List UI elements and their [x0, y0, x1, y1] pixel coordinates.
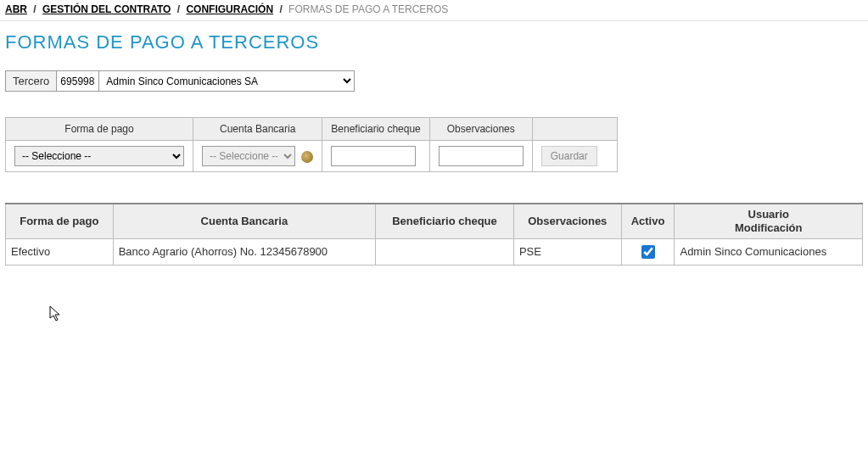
activo-checkbox[interactable]: [641, 245, 655, 259]
cell-activo: [621, 238, 675, 266]
beneficiario-input[interactable]: [331, 146, 416, 166]
th-observaciones: Observaciones: [429, 118, 532, 141]
cell-usuario: Admin Sinco Comunicaciones: [675, 238, 863, 266]
tercero-label: Tercero: [6, 71, 57, 91]
dth-activo: Activo: [621, 204, 675, 238]
tercero-code-input[interactable]: [57, 71, 99, 91]
cell-cuenta: Banco Agrario (Ahorros) No. 12345678900: [113, 238, 375, 266]
breadcrumb-link[interactable]: GESTIÓN DEL CONTRATO: [42, 3, 171, 15]
forma-pago-select[interactable]: -- Seleccione --: [14, 146, 184, 166]
breadcrumb-link[interactable]: CONFIGURACIÓN: [186, 3, 273, 15]
breadcrumb-sep: /: [33, 3, 36, 15]
observaciones-input[interactable]: [439, 146, 524, 166]
add-cuenta-icon[interactable]: [301, 151, 313, 163]
guardar-button[interactable]: Guardar: [541, 146, 597, 166]
breadcrumb: ABR / GESTIÓN DEL CONTRATO / CONFIGURACI…: [0, 0, 868, 21]
page-title: FORMAS DE PAGO A TERCEROS: [5, 31, 868, 53]
th-beneficiario: Beneficiario cheque: [322, 118, 429, 141]
cell-beneficiario: [376, 238, 514, 266]
th-forma-pago: Forma de pago: [6, 118, 193, 141]
data-table: Forma de pago Cuenta Bancaria Beneficiar…: [5, 203, 863, 266]
cuenta-bancaria-select[interactable]: -- Seleccione --: [202, 146, 295, 166]
tercero-row: Tercero Admin Sinco Comunicaciones SA: [5, 70, 355, 92]
dth-beneficiario: Beneficiario cheque: [376, 204, 514, 238]
dth-usuario: Usuario Modificación: [675, 204, 863, 238]
breadcrumb-current: FORMAS DE PAGO A TERCEROS: [288, 3, 448, 15]
th-cuenta: Cuenta Bancaria: [193, 118, 322, 141]
breadcrumb-sep: /: [177, 3, 180, 15]
breadcrumb-sep: /: [279, 3, 282, 15]
dth-observaciones: Observaciones: [513, 204, 621, 238]
th-actions: [532, 118, 617, 141]
cell-observaciones: PSE: [513, 238, 621, 266]
form-table: Forma de pago Cuenta Bancaria Beneficiar…: [5, 117, 618, 172]
breadcrumb-link[interactable]: ABR: [5, 3, 27, 15]
table-row: Efectivo Banco Agrario (Ahorros) No. 123…: [6, 238, 863, 266]
tercero-select[interactable]: Admin Sinco Comunicaciones SA: [99, 71, 354, 91]
dth-forma-pago: Forma de pago: [6, 204, 114, 238]
cell-forma-pago: Efectivo: [6, 238, 114, 266]
dth-cuenta: Cuenta Bancaria: [113, 204, 375, 238]
